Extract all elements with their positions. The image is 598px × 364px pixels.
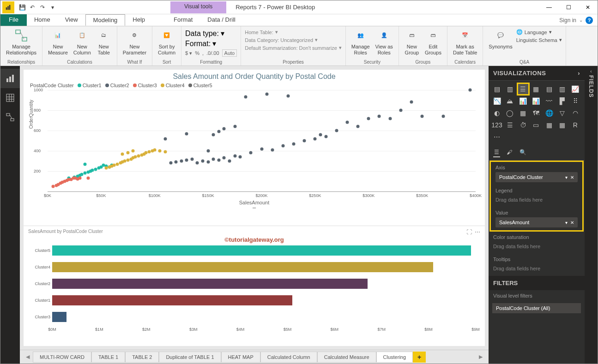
- analytics-tab-icon[interactable]: 🔍: [519, 148, 527, 157]
- scatter-icon[interactable]: ⠿: [570, 95, 581, 107]
- map-icon[interactable]: 🗺: [531, 107, 542, 119]
- stacked-column-icon[interactable]: ▥: [504, 84, 515, 95]
- funnel-icon[interactable]: ▽: [556, 107, 568, 119]
- qat-dropdown-icon[interactable]: ▾: [48, 2, 58, 12]
- summarization-label[interactable]: Default Summarization: Don't summarize: [245, 45, 337, 51]
- report-view-icon[interactable]: [0, 69, 20, 88]
- view-as-roles-button[interactable]: 👤View as Roles: [374, 27, 395, 57]
- close-button[interactable]: ✕: [578, 1, 598, 14]
- combo-icon[interactable]: 📊: [518, 95, 529, 107]
- page-tab[interactable]: Duplicate of TABLE 1: [159, 352, 221, 363]
- manage-relationships-button[interactable]: Manage Relationships: [4, 27, 38, 57]
- page-tab[interactable]: MULTI-ROW CARD: [33, 352, 91, 363]
- filled-map-icon[interactable]: 🌐: [544, 107, 555, 119]
- maximize-button[interactable]: ☐: [559, 1, 578, 14]
- r-visual-icon[interactable]: R: [570, 119, 581, 131]
- new-group-button[interactable]: 🗃New Group: [403, 27, 421, 57]
- synonyms-button[interactable]: 💬Synonyms: [487, 27, 514, 51]
- help-icon[interactable]: ?: [586, 17, 593, 24]
- tab-modeling[interactable]: Modeling: [85, 14, 126, 26]
- comma-icon[interactable]: ,: [202, 50, 204, 56]
- language-dropdown[interactable]: 🌐 Language ▾: [516, 29, 562, 35]
- table-icon[interactable]: ▦: [544, 119, 555, 131]
- new-column-button[interactable]: 📋New Column: [72, 27, 93, 57]
- combo2-icon[interactable]: 📊: [531, 95, 542, 107]
- value-field[interactable]: SalesAmount▾✕: [495, 217, 578, 227]
- decimal-icon[interactable]: .0/.00: [206, 50, 219, 56]
- percent-icon[interactable]: %: [195, 50, 199, 56]
- more-visuals-icon[interactable]: ⋯: [491, 131, 502, 143]
- page-tab[interactable]: HEAT MAP: [221, 352, 260, 363]
- currency-icon[interactable]: $ ▾: [185, 50, 192, 56]
- treemap-icon[interactable]: ▦: [518, 107, 529, 119]
- clustered-column-icon[interactable]: ▦: [531, 84, 542, 95]
- multirow-icon[interactable]: ☰: [504, 119, 515, 131]
- page-tab[interactable]: TABLE 1: [91, 352, 125, 363]
- new-parameter-button[interactable]: ⚙New Parameter: [121, 27, 148, 57]
- scatter-chart-visual[interactable]: Sales Amount and Order Quantity by Posta…: [24, 70, 485, 220]
- filters-panel-header[interactable]: FILTERS: [489, 276, 585, 290]
- manage-roles-button[interactable]: 👥Manage Roles: [350, 27, 372, 57]
- home-table-label[interactable]: Home Table:: [245, 30, 273, 35]
- field-menu-icon[interactable]: ▾: [565, 175, 568, 180]
- slicer-icon[interactable]: ▭: [531, 119, 542, 131]
- fields-tab-icon[interactable]: ☰: [493, 148, 500, 157]
- area-icon[interactable]: 📉: [491, 95, 502, 107]
- tab-help[interactable]: Help: [125, 14, 152, 26]
- legend-well-placeholder[interactable]: Drag data fields here: [495, 195, 578, 204]
- remove-field-icon[interactable]: ✕: [570, 175, 574, 180]
- pie-icon[interactable]: ◐: [491, 107, 502, 119]
- model-view-icon[interactable]: [0, 107, 20, 127]
- 100-column-icon[interactable]: ▥: [556, 84, 568, 95]
- minimize-button[interactable]: —: [539, 1, 559, 14]
- undo-icon[interactable]: ↶: [27, 2, 37, 12]
- fields-panel-collapsed[interactable]: ‹ FIELDS: [585, 66, 598, 364]
- sort-by-column-button[interactable]: 🔽Sort by Column: [156, 27, 177, 57]
- axis-field[interactable]: PostalCode Cluster▾✕: [495, 172, 578, 182]
- kpi-icon[interactable]: ⏱: [518, 119, 529, 131]
- mark-date-table-button[interactable]: 📅Mark as Date Table: [451, 27, 479, 57]
- ribbon-icon[interactable]: 〰: [544, 95, 555, 107]
- chevron-down-icon[interactable]: ⌄: [579, 18, 583, 23]
- filter-item[interactable]: PostalCode Cluster (All): [492, 303, 581, 313]
- new-measure-button[interactable]: 📊New Measure: [46, 27, 70, 57]
- tab-home[interactable]: Home: [27, 14, 58, 26]
- add-page-button[interactable]: +: [413, 352, 426, 363]
- save-icon[interactable]: 💾: [17, 2, 27, 12]
- bar-chart-visual[interactable]: SalesAmount by PostalCode Cluster ⛶⋯ ©tu…: [24, 226, 485, 346]
- file-menu[interactable]: File: [0, 14, 27, 26]
- waterfall-icon[interactable]: ▛: [556, 95, 568, 107]
- sign-in-link[interactable]: Sign in: [559, 17, 576, 24]
- gauge-icon[interactable]: ◠: [570, 107, 581, 119]
- report-canvas[interactable]: Sales Amount and Order Quantity by Posta…: [24, 70, 485, 346]
- clustered-bar-icon[interactable]: ☰: [518, 84, 529, 95]
- tab-data-drill[interactable]: Data / Drill: [200, 14, 243, 26]
- tab-nav-right-icon[interactable]: ▶: [476, 354, 486, 360]
- page-tab[interactable]: Calculated Measure: [317, 352, 376, 363]
- remove-field-icon[interactable]: ✕: [570, 220, 574, 225]
- data-view-icon[interactable]: [0, 88, 20, 107]
- visual-splitter-icon[interactable]: ═: [28, 205, 480, 211]
- donut-icon[interactable]: ◯: [504, 107, 515, 119]
- linguistic-schema-dropdown[interactable]: Linguistic Schema ▾: [516, 37, 562, 43]
- redo-icon[interactable]: ↷: [37, 2, 48, 12]
- page-tab-active[interactable]: Clustering: [376, 352, 413, 363]
- page-tab[interactable]: Calculated Column: [260, 352, 317, 363]
- stacked-area-icon[interactable]: ⛰: [504, 95, 515, 107]
- chevron-down-icon[interactable]: ▾: [212, 39, 216, 48]
- tab-view[interactable]: View: [58, 14, 85, 26]
- format-tab-icon[interactable]: 🖌: [506, 148, 513, 157]
- field-menu-icon[interactable]: ▾: [565, 220, 568, 225]
- color-saturation-placeholder[interactable]: Drag data fields here: [493, 242, 580, 251]
- focus-mode-icon[interactable]: ⛶: [466, 229, 472, 235]
- page-tab[interactable]: TABLE 2: [125, 352, 159, 363]
- more-options-icon[interactable]: ⋯: [475, 229, 480, 235]
- data-category-label[interactable]: Data Category: Uncategorized: [245, 37, 313, 43]
- card-icon[interactable]: 123: [491, 119, 502, 131]
- new-table-button[interactable]: 🗂New Table: [95, 27, 113, 57]
- expand-panel-icon[interactable]: ‹: [590, 69, 592, 74]
- tab-nav-left-icon[interactable]: ◀: [23, 354, 33, 360]
- edit-groups-button[interactable]: 🗃Edit Groups: [423, 27, 443, 57]
- collapse-panel-icon[interactable]: ›: [578, 70, 580, 77]
- line-icon[interactable]: 📈: [570, 84, 581, 95]
